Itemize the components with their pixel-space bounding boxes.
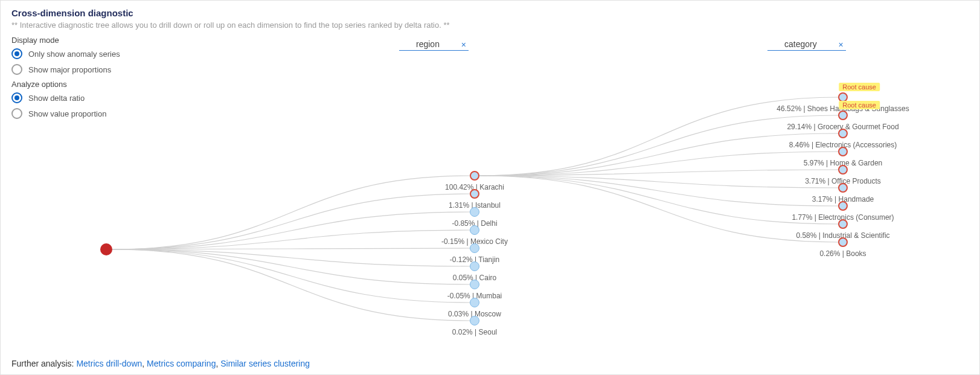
close-icon[interactable]: × xyxy=(839,40,844,50)
tree-node-dot[interactable] xyxy=(100,243,112,255)
tree-node-dot[interactable] xyxy=(838,147,848,156)
close-icon[interactable]: × xyxy=(461,40,466,50)
tree-node-dot[interactable] xyxy=(470,243,479,253)
radio-icon[interactable] xyxy=(11,108,22,119)
tree-node-label: 0.26% | Books xyxy=(819,249,866,258)
tree-node-dot[interactable] xyxy=(470,261,479,271)
tree-node-dot[interactable] xyxy=(838,111,848,120)
region-node-0[interactable]: 100.42% | Karachi xyxy=(470,171,479,181)
tree-node-dot[interactable] xyxy=(470,298,479,307)
category-node-5[interactable]: 3.17% | Handmade xyxy=(838,183,848,193)
category-node-8[interactable]: 0.26% | Books xyxy=(838,237,848,247)
region-node-5[interactable]: 0.05% | Cairo xyxy=(470,261,479,271)
radio-icon[interactable] xyxy=(11,64,22,75)
region-node-3[interactable]: -0.15% | Mexico City xyxy=(470,225,479,235)
tree-node-dot[interactable] xyxy=(470,207,479,217)
panel-subtitle: ** Interactive diagnostic tree allows yo… xyxy=(11,21,969,30)
radio-label: Only show anomaly series xyxy=(28,50,120,59)
tree-node-label: 0.02% | Seoul xyxy=(452,328,498,336)
category-node-4[interactable]: 3.71% | Office Products xyxy=(838,165,848,175)
region-node-6[interactable]: -0.05% | Mumbai xyxy=(470,280,479,289)
region-node-2[interactable]: -0.85% | Delhi xyxy=(470,207,479,217)
link-similar-series-clustering[interactable]: Similar series clustering xyxy=(220,359,310,368)
tree-node-dot[interactable] xyxy=(838,129,848,138)
radio-icon[interactable] xyxy=(11,48,22,59)
root-cause-badge: Root cause xyxy=(839,101,880,109)
dimension-header-region[interactable]: region× xyxy=(399,39,469,51)
link-metrics-drilldown[interactable]: Metrics drill-down xyxy=(76,359,142,368)
tree-node-dot[interactable] xyxy=(838,165,848,175)
category-node-7[interactable]: 0.58% | Industrial & Scientific xyxy=(838,219,848,229)
region-node-4[interactable]: -0.12% | Tianjin xyxy=(470,243,479,253)
tree-node-dot[interactable] xyxy=(838,201,848,211)
radio-label: Show delta ratio xyxy=(28,94,85,103)
region-node-1[interactable]: 1.31% | Istanbul xyxy=(470,189,479,199)
further-analysis-row: Further analysis: Metrics drill-down, Me… xyxy=(11,359,310,368)
tree-node-dot[interactable] xyxy=(470,189,479,199)
tree-node-dot[interactable] xyxy=(470,171,479,181)
tree-node-dot[interactable] xyxy=(470,225,479,235)
category-node-1[interactable]: 29.14% | Grocery & Gourmet FoodRoot caus… xyxy=(838,111,848,120)
tree-node-dot[interactable] xyxy=(470,280,479,289)
region-node-7[interactable]: 0.03% | Moscow xyxy=(470,298,479,307)
further-analysis-label: Further analysis: xyxy=(11,359,76,368)
root-cause-badge: Root cause xyxy=(839,83,880,91)
radio-icon[interactable] xyxy=(11,92,22,103)
tree-node-dot[interactable] xyxy=(838,237,848,247)
analyze-options-option-0[interactable]: Show delta ratio xyxy=(11,92,969,103)
category-node-6[interactable]: 1.77% | Electronics (Consumer) xyxy=(838,201,848,211)
link-metrics-comparing[interactable]: Metrics comparing xyxy=(147,359,216,368)
dimension-name: category xyxy=(784,39,817,49)
diagnostic-panel: Cross-dimension diagnostic ** Interactiv… xyxy=(0,0,980,375)
analyze-options-label: Analyze options xyxy=(11,80,969,89)
tree-node-dot[interactable] xyxy=(470,316,479,325)
dimension-name: region xyxy=(416,39,440,49)
display-mode-option-1[interactable]: Show major proportions xyxy=(11,64,969,75)
category-node-3[interactable]: 5.97% | Home & Garden xyxy=(838,147,848,156)
tree-node-dot[interactable] xyxy=(838,219,848,229)
radio-label: Show value proportion xyxy=(28,109,106,118)
category-node-2[interactable]: 8.46% | Electronics (Accessories) xyxy=(838,129,848,138)
radio-label: Show major proportions xyxy=(28,65,111,74)
panel-title: Cross-dimension diagnostic xyxy=(11,8,969,18)
dimension-header-category[interactable]: category× xyxy=(767,39,846,51)
tree-root-node[interactable] xyxy=(100,243,112,255)
region-node-8[interactable]: 0.02% | Seoul xyxy=(470,316,479,325)
tree-node-dot[interactable] xyxy=(838,183,848,193)
